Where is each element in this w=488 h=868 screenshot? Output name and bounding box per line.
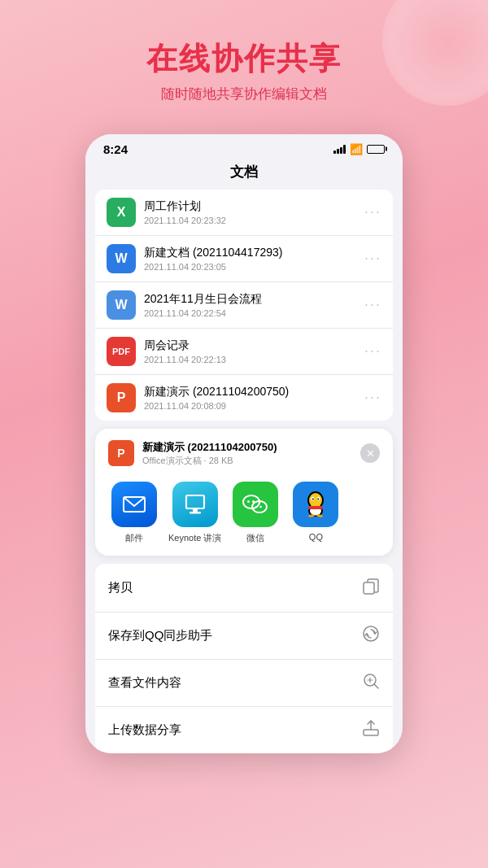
- share-header: P 新建演示 (20211104200750) Office演示文稿 · 28 …: [108, 440, 380, 467]
- qq-app-icon: [293, 482, 338, 527]
- docs-section-title: 文档: [85, 159, 403, 190]
- share-file-meta: Office演示文稿 · 28 KB: [142, 455, 360, 467]
- wechat-app-icon: [233, 482, 278, 527]
- doc-name: 周工作计划: [144, 199, 358, 214]
- share-close-button[interactable]: ✕: [360, 443, 380, 463]
- doc-more-button[interactable]: ···: [358, 250, 381, 267]
- status-icons: 📶: [333, 143, 385, 155]
- keynote-app-icon: [172, 482, 218, 527]
- docs-area: 文档 X 周工作计划 2021.11.04 20:23:32 ··· W 新建文…: [85, 159, 403, 421]
- doc-info: 周工作计划 2021.11.04 20:23:32: [144, 199, 358, 225]
- doc-date: 2021.11.04 20:23:32: [144, 216, 358, 225]
- svg-rect-21: [308, 506, 323, 509]
- svg-rect-2: [193, 508, 198, 512]
- action-list: 拷贝 保存到QQ同步助手 查看文件内容: [95, 564, 393, 753]
- qq-sync-icon: [362, 625, 380, 647]
- svg-point-9: [256, 505, 259, 508]
- doc-date: 2021.11.04 20:23:05: [144, 262, 358, 272]
- share-app-mail[interactable]: 邮件: [108, 482, 160, 544]
- battery-icon: [367, 145, 385, 154]
- action-item-copy[interactable]: 拷贝: [95, 564, 393, 613]
- svg-point-10: [260, 505, 263, 508]
- doc-more-button[interactable]: ···: [358, 296, 381, 313]
- action-label-view-content: 查看文件内容: [108, 675, 181, 691]
- svg-point-24: [364, 626, 378, 641]
- action-item-save-qq[interactable]: 保存到QQ同步助手: [95, 613, 393, 660]
- copy-icon: [362, 576, 380, 600]
- share-app-qq[interactable]: QQ: [290, 482, 342, 544]
- doc-more-button[interactable]: ···: [358, 342, 381, 360]
- status-bar: 8:24 📶: [85, 134, 403, 159]
- document-list: X 周工作计划 2021.11.04 20:23:32 ··· W 新建文档 (…: [95, 190, 393, 421]
- doc-date: 2021.11.04 20:22:13: [144, 355, 358, 364]
- share-file-name: 新建演示 (20211104200750): [142, 440, 360, 455]
- table-row[interactable]: PDF 周会记录 2021.11.04 20:22:13 ···: [95, 329, 393, 375]
- action-label-save-qq: 保存到QQ同步助手: [108, 628, 212, 643]
- action-item-upload-share[interactable]: 上传数据分享: [95, 707, 393, 753]
- svg-rect-1: [186, 495, 204, 508]
- upload-share-icon: [362, 719, 380, 741]
- doc-icon-ppt: P: [107, 383, 136, 412]
- svg-rect-23: [364, 582, 374, 594]
- table-row[interactable]: X 周工作计划 2021.11.04 20:23:32 ···: [95, 190, 393, 236]
- doc-more-button[interactable]: ···: [358, 203, 381, 220]
- doc-more-button[interactable]: ···: [358, 389, 381, 406]
- svg-line-26: [374, 684, 378, 688]
- share-app-label-qq: QQ: [309, 532, 323, 542]
- share-app-wechat[interactable]: 微信: [229, 482, 281, 544]
- doc-info: 新建文档 (2021104417293) 2021.11.04 20:23:05: [144, 246, 358, 272]
- share-panel: P 新建演示 (20211104200750) Office演示文稿 · 28 …: [95, 429, 393, 556]
- svg-rect-3: [190, 512, 201, 514]
- doc-icon-word-light: W: [107, 290, 136, 320]
- doc-date: 2021.11.04 20:22:54: [144, 308, 358, 318]
- table-row[interactable]: P 新建演示 (20211104200750) 2021.11.04 20:08…: [95, 375, 393, 421]
- doc-info: 周会记录 2021.11.04 20:22:13: [144, 338, 358, 364]
- share-file-icon: P: [108, 440, 134, 466]
- share-file-info: 新建演示 (20211104200750) Office演示文稿 · 28 KB: [142, 440, 360, 467]
- share-app-label-keynote: Keynote 讲演: [168, 532, 221, 544]
- action-item-view-content[interactable]: 查看文件内容: [95, 660, 393, 707]
- share-apps-row: 邮件 Keynote 讲演: [108, 473, 380, 556]
- doc-name: 周会记录: [144, 338, 358, 353]
- doc-name: 新建演示 (20211104200750): [144, 385, 358, 399]
- share-app-label-wechat: 微信: [246, 532, 264, 544]
- doc-name: 2021年11月生日会流程: [144, 292, 358, 307]
- share-app-label-mail: 邮件: [125, 532, 143, 544]
- view-content-icon: [362, 672, 380, 694]
- svg-rect-29: [364, 730, 378, 735]
- doc-icon-pdf: PDF: [107, 337, 136, 366]
- svg-point-17: [318, 498, 320, 499]
- signal-icon: [333, 145, 346, 154]
- table-row[interactable]: W 新建文档 (2021104417293) 2021.11.04 20:23:…: [95, 236, 393, 282]
- action-label-upload-share: 上传数据分享: [108, 722, 181, 738]
- status-time: 8:24: [103, 142, 128, 156]
- phone-mockup: 8:24 📶 文档 X 周工作计划 2021.11.04 20:23:32 ··…: [85, 134, 403, 753]
- doc-info: 2021年11月生日会流程 2021.11.04 20:22:54: [144, 292, 358, 318]
- wifi-icon: 📶: [350, 143, 363, 155]
- doc-icon-word: W: [107, 244, 136, 273]
- svg-point-6: [247, 500, 250, 503]
- share-app-keynote[interactable]: Keynote 讲演: [168, 482, 221, 544]
- doc-icon-excel: X: [107, 198, 136, 227]
- doc-name: 新建文档 (2021104417293): [144, 246, 358, 260]
- svg-point-16: [312, 498, 314, 499]
- doc-info: 新建演示 (20211104200750) 2021.11.04 20:08:0…: [144, 385, 358, 411]
- svg-point-13: [309, 493, 322, 508]
- mail-app-icon: [111, 482, 157, 527]
- table-row[interactable]: W 2021年11月生日会流程 2021.11.04 20:22:54 ···: [95, 282, 393, 329]
- action-label-copy: 拷贝: [108, 580, 133, 595]
- doc-date: 2021.11.04 20:08:09: [144, 401, 358, 411]
